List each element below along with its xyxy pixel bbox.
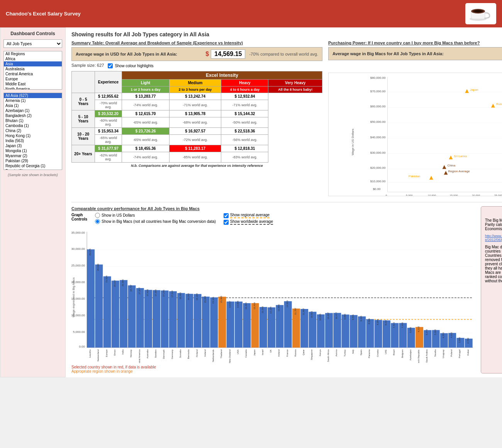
bar-x-label: France <box>286 349 288 356</box>
bar-value-label: 17,018 <box>171 290 173 297</box>
bar-x-label: Panama <box>368 349 370 358</box>
bar-x-label: Singapore <box>310 349 313 360</box>
bar-x-label: Portugal <box>458 350 461 358</box>
table-note: N.b. Comparisons are against average for… <box>71 164 322 168</box>
check-regional-input[interactable] <box>224 213 229 218</box>
check-worldwide[interactable]: Show worldwide average <box>224 219 273 225</box>
bar-x-label: Turkey <box>344 350 346 356</box>
bar-x-label: Poland <box>450 350 453 357</box>
bar-x-label: Finland <box>196 350 198 357</box>
sample-note: (Sample size shown in brackets) <box>3 173 62 177</box>
region-list-item[interactable]: Central America <box>4 71 62 76</box>
bar-x-label: Somalia <box>179 349 181 358</box>
region-list-item[interactable]: Africa <box>4 56 62 61</box>
bar-value-label: 5,986 <box>409 327 412 333</box>
bar-rect <box>185 294 193 348</box>
region-list-item[interactable]: North America <box>4 87 62 90</box>
exp-label: 5 - 10 Years <box>72 110 95 128</box>
radio-big-macs[interactable]: Show in Big Macs (not all countries have… <box>95 219 216 224</box>
intensity-cell: $ 12,615.70 <box>122 110 170 117</box>
svg-text:$10,000.00: $10,000.00 <box>370 180 386 183</box>
check-regional[interactable]: Show regional average <box>224 213 273 218</box>
svg-text:5,000.00: 5,000.00 <box>73 330 85 334</box>
bar-value-label: 9,831 <box>352 314 354 320</box>
region-list-item[interactable]: Australasia <box>4 66 62 71</box>
bar-rect <box>144 290 152 348</box>
bar-value-label: 12,260 <box>261 306 264 313</box>
bar-x-label: Saudia <box>434 349 436 356</box>
bar-value-label: 4,350 <box>442 332 444 338</box>
country-list-item[interactable]: Cambodia (1) <box>4 123 62 128</box>
country-list-item[interactable]: All Asia (627) <box>4 93 62 98</box>
bar-value-label: 5,279 <box>426 329 428 335</box>
bar-rect <box>153 290 160 348</box>
bar-x-label: South Africa <box>327 349 329 362</box>
country-list-item[interactable]: Hong Kong (1) <box>4 133 62 138</box>
region-list-item[interactable]: All Regions <box>4 51 62 56</box>
svg-marker-39 <box>449 156 453 160</box>
country-list-item[interactable]: China (2) <box>4 128 62 133</box>
bar-x-label: Russia <box>294 349 297 356</box>
country-list-item[interactable]: Mongolia (1) <box>4 148 62 153</box>
radio-group: Show in US Dollars Show in Big Macs (not… <box>95 213 216 224</box>
bar-value-label: 14,003 <box>286 300 288 307</box>
country-list-item[interactable]: Pakistan (29) <box>4 158 62 163</box>
check-worldwide-input[interactable] <box>224 220 229 225</box>
region-list[interactable]: All RegionsAfricaAsiaAustralasiaCentral … <box>3 51 62 90</box>
country-list-item[interactable]: Armenia (1) <box>4 98 62 103</box>
bar-rect <box>227 302 234 348</box>
intensity-pct-cell: -62% world avg. <box>95 152 122 163</box>
intensity-cell: $ 20,532.20 <box>95 110 122 117</box>
country-list-item[interactable]: Republic of Georgia (1) <box>4 163 62 168</box>
svg-text:Wage in US Dollars: Wage in US Dollars <box>351 129 354 155</box>
bar-x-label: Israel <box>261 350 264 355</box>
bar-x-label: Canada <box>245 349 247 358</box>
svg-text:25,000: 25,000 <box>494 194 502 196</box>
job-type-dropdown[interactable]: All Job Types <box>3 39 62 48</box>
intensity-pct-cell: -85% world avg. <box>169 152 221 163</box>
country-list-item[interactable]: India (563) <box>4 138 62 143</box>
orange-note: Appropriate region shown in orange <box>71 369 132 373</box>
top-panels: Summary Table: Overall Average and Break… <box>71 41 502 196</box>
country-list[interactable]: All Asia (627)Armenia (1)Asia (1)Azerbai… <box>3 93 62 170</box>
summary-table-panel: Summary Table: Overall Average and Break… <box>71 41 322 196</box>
bar-value-label: 16,184 <box>196 293 198 300</box>
bar-rect <box>284 301 292 348</box>
bar-x-label: Sweden <box>154 350 157 358</box>
avg-wage-pct: -70% compared to overall world avg. <box>249 52 318 56</box>
country-list-item[interactable]: Russia (9) <box>4 168 62 170</box>
bar-x-label: Ireland <box>204 350 206 356</box>
country-list-item[interactable]: Asia (1) <box>4 103 62 108</box>
bar-x-label: Uruguay <box>442 350 444 358</box>
radio-bm-input[interactable] <box>95 219 100 224</box>
country-list-item[interactable]: Myanmar (2) <box>4 153 62 158</box>
purchasing-power-panel: Purchasing Power: If I move country can … <box>328 41 502 196</box>
region-list-item[interactable]: Asia <box>4 61 62 66</box>
bar-value-label: 10,821 <box>310 311 313 318</box>
show-colour-checkbox[interactable] <box>108 63 113 68</box>
bar-rect <box>177 293 185 348</box>
intensity-pct-cell: -72% world avg. <box>169 135 221 145</box>
show-colour-control[interactable]: Show colour highlights <box>108 63 153 68</box>
country-list-item[interactable]: Japan (3) <box>4 143 62 148</box>
svg-text:0.00: 0.00 <box>79 345 85 348</box>
bar-rect <box>194 294 202 348</box>
region-list-item[interactable]: Europe <box>4 76 62 81</box>
bar-value-label: 10,437 <box>327 312 329 319</box>
sidebar: Dashboard Controls All Job Types All Reg… <box>0 27 66 377</box>
notes-text1: The Big Mac Index is a Purchasing Power … <box>485 218 502 231</box>
svg-text:$80,000.00: $80,000.00 <box>370 76 386 80</box>
notes-link[interactable]: http://www.economist.com/blogs/freeexcha… <box>485 234 502 242</box>
region-list-item[interactable]: Middle East <box>4 81 62 87</box>
intensity-pct-cell: -65% world avg. <box>95 135 122 145</box>
graph-controls: GraphControls Show in US Dollars Show in… <box>71 213 477 225</box>
country-list-item[interactable]: Bangladesh (2) <box>4 113 62 118</box>
radio-usd-input[interactable] <box>95 213 100 218</box>
svg-text:$30,000.00: $30,000.00 <box>370 151 386 154</box>
radio-us-dollars[interactable]: Show in US Dollars <box>95 213 216 218</box>
country-list-item[interactable]: Azerbaijan (1) <box>4 108 62 113</box>
country-list-item[interactable]: Bhutan (1) <box>4 118 62 123</box>
notes-title: Notes on Big Macs <box>485 210 502 215</box>
bar-value-label: 6,222 <box>417 326 420 332</box>
bar-value-label: 20,227 <box>114 280 116 287</box>
